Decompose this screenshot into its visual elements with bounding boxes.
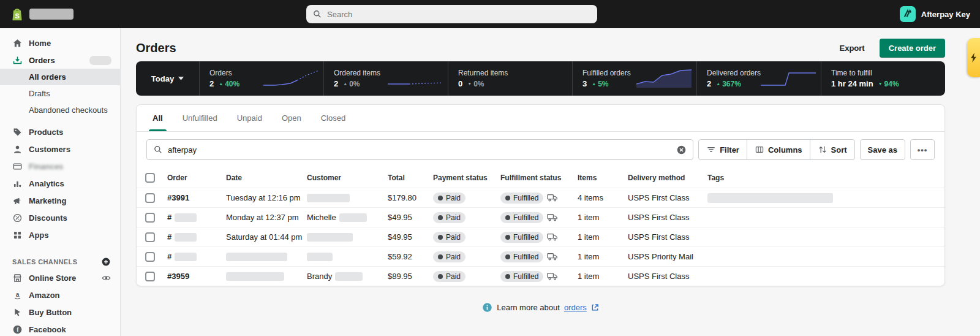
home-icon <box>12 38 23 48</box>
row-checkbox[interactable] <box>145 193 155 203</box>
columns-button[interactable]: Columns <box>747 139 810 160</box>
store-logo-area[interactable]: S <box>10 6 121 22</box>
order-number[interactable]: #3959 <box>167 272 226 281</box>
sidebar-item-orders[interactable]: Orders <box>0 52 120 69</box>
tab-all[interactable]: All <box>143 105 173 131</box>
filter-button[interactable]: Filter <box>698 139 747 160</box>
table-row[interactable]: # Saturday at 01:44 pm $49.95 Paid Fulfi… <box>137 227 944 246</box>
sidebar-item-customers[interactable]: Customers <box>0 140 120 158</box>
select-all-checkbox[interactable] <box>145 173 155 183</box>
sidebar-item-buy-button[interactable]: Buy Button <box>0 304 120 321</box>
sidebar-item-label: Marketing <box>29 196 66 205</box>
footer-text: Learn more about <box>497 303 560 312</box>
orders-search-field[interactable] <box>146 139 693 160</box>
order-number[interactable]: # <box>167 232 226 242</box>
sidebar-item-products[interactable]: Products <box>0 123 120 140</box>
search-icon <box>312 9 322 19</box>
order-total: $59.92 <box>388 252 433 261</box>
payment-status-badge: Paid <box>433 212 466 223</box>
more-actions-button[interactable]: ••• <box>910 139 935 160</box>
sidebar-item-online-store[interactable]: Online Store <box>0 269 120 286</box>
status-dot <box>505 274 510 279</box>
eye-icon[interactable] <box>101 273 111 283</box>
row-checkbox[interactable] <box>145 252 155 262</box>
tab-open[interactable]: Open <box>272 105 311 131</box>
sidebar-item-apps[interactable]: Apps <box>0 226 120 243</box>
sidebar-item-analytics[interactable]: Analytics <box>0 175 120 192</box>
orders-search-input[interactable] <box>168 145 671 155</box>
sidebar-subitem-abandoned-checkouts[interactable]: Abandoned checkouts <box>0 102 120 118</box>
redacted-text <box>335 272 363 281</box>
app-quick-panel-tab[interactable] <box>967 38 980 77</box>
row-checkbox[interactable] <box>145 213 155 223</box>
sidebar-item-label: Products <box>29 128 63 137</box>
sort-button[interactable]: Sort <box>810 139 855 160</box>
table-controls-group: Filter Columns Sort <box>698 139 854 160</box>
table-row[interactable]: #3959 Brandy $89.95 Paid Fulfilled 1 ite… <box>137 266 944 286</box>
order-number[interactable]: # <box>167 252 226 261</box>
sidebar-item-home[interactable]: Home <box>0 34 120 52</box>
add-sales-channel-button[interactable] <box>101 257 111 267</box>
shopify-logo-icon[interactable]: S <box>10 6 24 22</box>
analytics-icon <box>12 178 23 189</box>
status-dot <box>505 196 510 200</box>
sidebar-item-amazon[interactable]: a Amazon <box>0 286 120 304</box>
table-row[interactable]: # $59.92 Paid Fulfilled 1 item USPS Prio… <box>137 246 944 266</box>
table-row[interactable]: #3991 Tuesday at 12:16 pm $179.80 Paid F… <box>137 188 944 207</box>
sidebar-item-finances[interactable]: Finances <box>0 158 120 175</box>
top-bar: S Afterpay Key <box>0 0 980 28</box>
status-dot <box>438 196 443 200</box>
payment-status-badge: Paid <box>433 271 466 282</box>
column-header-items: Items <box>578 174 628 182</box>
afterpay-key-button[interactable]: Afterpay Key <box>900 6 970 22</box>
sidebar-item-discounts[interactable]: Discounts <box>0 209 120 226</box>
order-date: Tuesday at 12:16 pm <box>226 193 307 202</box>
global-search-input[interactable] <box>327 10 591 19</box>
global-search[interactable] <box>306 5 597 23</box>
tab-unpaid[interactable]: Unpaid <box>227 105 272 131</box>
sidebar-subitem-all-orders[interactable]: All orders <box>0 69 120 85</box>
redacted-text <box>339 213 367 222</box>
customer-name: Brandy <box>307 272 388 281</box>
sidebar-item-facebook[interactable]: f Facebook <box>0 321 120 336</box>
tab-closed[interactable]: Closed <box>311 105 355 131</box>
sidebar-item-marketing[interactable]: Marketing <box>0 192 120 209</box>
order-filter-tabs: All Unfulfilled Unpaid Open Closed <box>137 105 944 132</box>
order-number[interactable]: #3991 <box>167 193 226 202</box>
items-count: 1 item <box>578 232 628 242</box>
status-dot <box>438 215 443 220</box>
redacted-text <box>707 193 833 203</box>
status-dot <box>505 254 510 259</box>
save-as-button[interactable]: Save as <box>860 139 905 160</box>
learn-more-orders-link[interactable]: orders <box>564 303 587 312</box>
orders-card: All Unfulfilled Unpaid Open Closed Filte… <box>136 104 945 286</box>
sidebar-item-label: Analytics <box>29 179 64 188</box>
export-button[interactable]: Export <box>834 40 871 56</box>
tab-unfulfilled[interactable]: Unfulfilled <box>173 105 227 131</box>
redacted-text <box>175 253 197 261</box>
trend-arrow-icon <box>592 82 596 86</box>
date-range-dropdown[interactable]: Today <box>136 61 200 96</box>
chevron-down-icon <box>178 77 184 80</box>
shopify-admin-app: S Afterpay Key Home Orde <box>0 0 980 336</box>
create-order-button[interactable]: Create order <box>880 39 945 58</box>
sidebar-subitem-drafts[interactable]: Drafts <box>0 85 120 102</box>
payment-status-badge: Paid <box>433 232 466 243</box>
row-checkbox[interactable] <box>145 272 155 281</box>
main-content: Orders Export Create order Today Orders … <box>121 28 980 336</box>
metric-fulfilled-orders: Fulfilled orders 3 5% <box>573 61 697 96</box>
customer-name <box>307 233 388 242</box>
page-footer: Learn more about orders <box>136 302 945 313</box>
delivery-truck-icon <box>547 272 558 280</box>
row-checkbox[interactable] <box>145 232 155 242</box>
payment-status-badge: Paid <box>433 193 466 204</box>
apps-icon <box>12 230 23 240</box>
clear-search-button[interactable] <box>676 145 687 155</box>
table-row[interactable]: # Monday at 12:37 pm Michelle $49.95 Pai… <box>137 207 944 227</box>
order-date: Monday at 12:37 pm <box>226 213 307 222</box>
sidebar-item-label: Home <box>29 39 51 48</box>
redacted-text <box>307 233 353 242</box>
trend-arrow-icon <box>343 82 347 86</box>
order-number[interactable]: # <box>167 213 226 222</box>
finances-icon <box>12 161 23 172</box>
